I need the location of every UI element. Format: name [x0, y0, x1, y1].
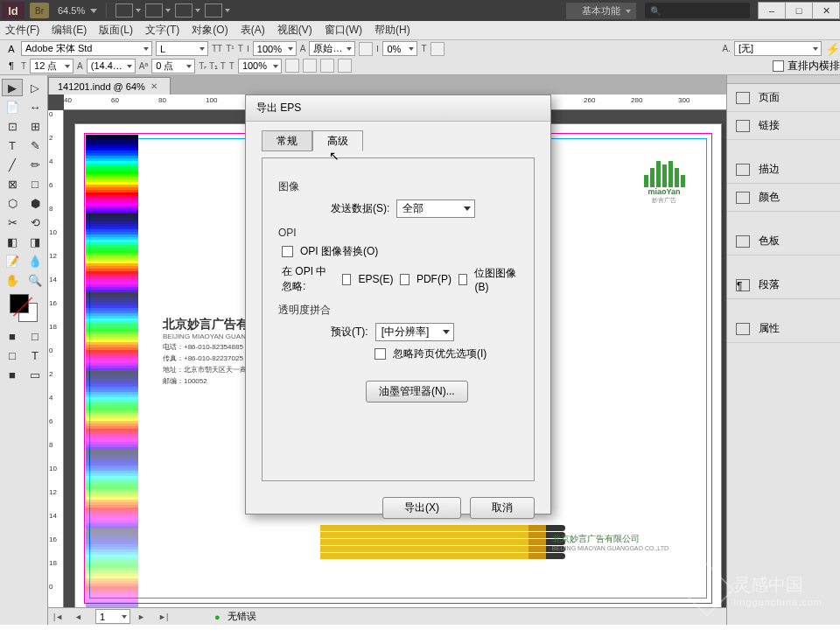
menu-type[interactable]: 文字(T) [145, 23, 179, 38]
view-mode-icon-2[interactable] [145, 4, 163, 18]
ctrl-icon-6[interactable] [338, 59, 352, 73]
pen-tool[interactable]: ✎ [24, 136, 46, 154]
opi-replace-checkbox[interactable] [282, 246, 293, 257]
ctrl-icon-3[interactable] [285, 59, 299, 73]
type-tool[interactable]: T [2, 136, 23, 154]
nav-prev[interactable]: ◄ [74, 612, 88, 621]
tab-advanced[interactable]: 高级 [312, 130, 363, 151]
gap-tool[interactable]: ↔ [24, 98, 46, 116]
content-tool-2[interactable]: ⊞ [24, 117, 46, 135]
color-icon [736, 192, 750, 204]
panel-pages[interactable]: 页面 [727, 84, 840, 112]
vscale-select[interactable]: 100% [238, 59, 282, 74]
char-mode-icon[interactable]: A [5, 43, 18, 55]
nav-last[interactable]: ►| [158, 612, 172, 621]
free-transform-tool[interactable]: ⟲ [24, 214, 46, 231]
menu-file[interactable]: 文件(F) [5, 23, 39, 38]
polygon-tool[interactable]: ⬡ [2, 194, 23, 212]
minimize-button[interactable]: – [758, 2, 786, 19]
zoom-dropdown-icon[interactable] [90, 9, 97, 13]
send-data-select[interactable]: 全部 [396, 200, 475, 218]
size-select[interactable]: 12 点 [30, 59, 74, 74]
panel-links[interactable]: 链接 [727, 112, 840, 140]
opi-eps-checkbox[interactable] [342, 274, 352, 285]
tab-general[interactable]: 常规 [262, 130, 312, 151]
formatting-text-tool[interactable]: T [24, 346, 46, 364]
maximize-button[interactable]: □ [785, 2, 813, 19]
leading-select[interactable]: (14.4… [87, 59, 136, 74]
note-tool[interactable]: 📝 [2, 252, 23, 270]
tracking-select[interactable]: 0 点 [151, 59, 195, 74]
zoom-level[interactable]: 64.5% [58, 5, 85, 16]
menu-object[interactable]: 对象(O) [192, 23, 228, 38]
selection-tool[interactable]: ▶ [2, 79, 23, 96]
rect-frame-tool[interactable]: ⊠ [2, 175, 23, 192]
panel-color[interactable]: 颜色 [727, 184, 840, 212]
tab-close-icon[interactable]: ✕ [150, 81, 158, 91]
page-tool[interactable]: 📄 [2, 98, 23, 116]
lang-select[interactable]: 原始… [309, 41, 355, 56]
ctrl-icon-2[interactable] [430, 42, 444, 56]
opi-bitmap-checkbox[interactable] [458, 274, 468, 285]
nav-first[interactable]: |◄ [53, 612, 67, 621]
view-mode-icon-3[interactable] [175, 4, 192, 18]
bridge-icon[interactable]: Br [30, 3, 49, 18]
gradient-feather-tool[interactable]: ◨ [24, 233, 46, 250]
font-select[interactable]: Adobe 宋体 Std [21, 41, 152, 56]
menu-edit[interactable]: 编辑(E) [52, 23, 87, 38]
panel-swatches[interactable]: 色板 [727, 228, 840, 256]
ink-manager-button[interactable]: 油墨管理器(N)... [366, 381, 468, 402]
panel-attributes[interactable]: 属性 [727, 315, 840, 343]
page-select[interactable]: 1 [95, 609, 130, 624]
direct-selection-tool[interactable]: ▷ [24, 79, 46, 96]
ctrl-icon-4[interactable] [303, 59, 317, 73]
preflight-icon[interactable]: ● [214, 612, 220, 622]
line-tool[interactable]: ╱ [2, 156, 23, 173]
para-mode-icon[interactable]: ¶ [5, 60, 18, 72]
ctrl-icon-5[interactable] [320, 59, 334, 73]
hand-tool[interactable]: ✋ [2, 271, 23, 289]
preset-select[interactable]: [中分辨率] [375, 323, 454, 341]
color-swatch[interactable] [10, 294, 38, 322]
hscale-select[interactable]: 100% [253, 41, 297, 56]
polygon-tool-2[interactable]: ⬢ [24, 194, 46, 212]
view-mode-tool-2[interactable]: ▭ [24, 366, 46, 383]
scissors-tool[interactable]: ✂ [2, 214, 23, 231]
document-tab[interactable]: 141201.indd @ 64%✕ [48, 77, 171, 94]
formatting-container-tool[interactable]: □ [2, 346, 23, 364]
eyedropper-tool[interactable]: 💧 [24, 252, 46, 270]
apply-color-tool[interactable]: □ [24, 327, 46, 345]
workspace-dropdown[interactable]: 基本功能 [566, 3, 636, 19]
nav-next[interactable]: ► [137, 612, 151, 621]
gradient-tool[interactable]: ◧ [2, 233, 23, 250]
lightning-icon[interactable]: ⚡ [825, 42, 840, 56]
panel-paragraph[interactable]: ¶段落 [727, 271, 840, 299]
zoom-tool[interactable]: 🔍 [24, 271, 46, 289]
view-mode-icon-4[interactable] [205, 4, 222, 18]
rect-tool[interactable]: □ [24, 175, 46, 192]
content-tool[interactable]: ⊡ [2, 117, 23, 135]
pencil-tool[interactable]: ✏ [24, 156, 46, 173]
font-style-select[interactable]: L [156, 41, 208, 56]
menu-layout[interactable]: 版面(L) [99, 23, 133, 38]
view-mode-icon-1[interactable] [116, 4, 133, 18]
ignore-spread-checkbox[interactable] [374, 348, 386, 360]
menu-table[interactable]: 表(A) [241, 23, 265, 38]
panels: 页面 链接 描边 颜色 色板 ¶段落 属性 [726, 75, 840, 625]
search-input[interactable] [645, 3, 750, 18]
fill-stroke-tool[interactable]: ■ [2, 327, 23, 345]
ctrl-icon-1[interactable] [359, 42, 373, 56]
export-button[interactable]: 导出(X) [382, 497, 461, 519]
mixed-checkbox[interactable] [773, 60, 784, 72]
view-mode-tool[interactable]: ■ [2, 366, 23, 383]
cancel-button[interactable]: 取消 [470, 497, 535, 519]
para-style-select[interactable]: [无] [734, 41, 822, 56]
opi-pdf-checkbox[interactable] [400, 274, 410, 285]
panel-stroke[interactable]: 描边 [727, 156, 840, 184]
close-button[interactable]: ✕ [812, 2, 840, 19]
menu-view[interactable]: 视图(V) [277, 23, 312, 38]
menu-help[interactable]: 帮助(H) [374, 23, 410, 38]
send-data-label: 发送数据(S): [331, 201, 389, 216]
baseline-select[interactable]: 0% [382, 41, 417, 56]
menu-window[interactable]: 窗口(W) [325, 23, 362, 38]
